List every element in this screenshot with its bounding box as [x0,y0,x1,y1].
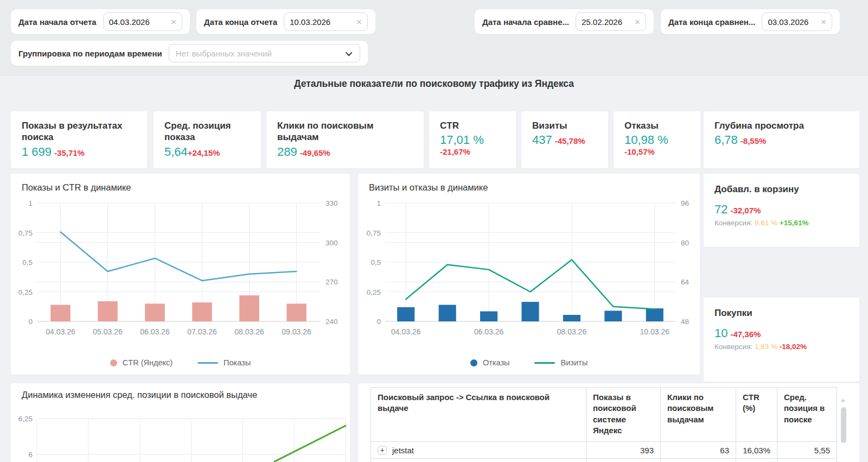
chart-panel-visits-bounces: Визиты и отказы в динамике 10,750,50,250… [358,174,700,375]
expand-plus-icon[interactable]: + [378,446,387,455]
chart-legend: Отказы Визиты [358,358,700,367]
page-title: Детальные показатели по поисковому трафи… [0,78,868,90]
legend-label[interactable]: CTR (Яндекс) [123,358,173,367]
svg-text:06.03.26: 06.03.26 [474,327,504,336]
card-purchases: Покупки 10-47,36% Конверсия: 1,83 % -18,… [704,298,859,382]
chart-panel-impressions-ctr: Показы и CTR в динамике 10,750,50,250330… [11,174,350,375]
legend-line-icon[interactable] [534,362,555,364]
svg-text:1: 1 [376,199,381,207]
legend-label[interactable]: Отказы [483,358,510,367]
report-end-date-input[interactable]: 10.03.2026 × [284,12,368,31]
clear-icon[interactable]: × [821,17,826,27]
avg-position-chart[interactable]: 6,256 [11,403,350,462]
compare-end-date-input[interactable]: 03.03.2026 × [762,12,832,31]
kpi-value: 289 [277,145,297,159]
chart-title: Динамика изменения сред. позиции в поиск… [22,390,257,400]
cell-position: 5,27 [777,459,837,462]
chart-panel-avg-position: Динамика изменения сред. позиции в поиск… [11,383,350,462]
scroll-up-icon[interactable] [841,398,845,402]
card-title: Покупки [714,307,848,319]
clear-icon[interactable]: × [171,17,176,27]
kpi-delta: -21,67% [440,147,470,156]
table-header-row: Поисковый запрос -> Ссылка в поисковой в… [371,388,837,442]
kpi-delta: -49,65% [300,148,330,157]
kpi-delta: -10,57% [624,147,655,156]
impressions-ctr-chart[interactable]: 10,750,50,25033030027024004.03.2605.03.2… [11,198,350,337]
table-row: +сервис аналитики jetstat 125 24 19,20% … [371,459,837,462]
col-header-impressions[interactable]: Показы в поисковой системе Яндекс [586,388,661,442]
compare-start-date-input[interactable]: 25.02.2026 × [576,12,646,31]
kpi-value: 5,64 [164,145,188,159]
card-add-to-cart: Добавл. в корзину 72-32,07% Конверсия: 9… [704,174,859,247]
svg-text:10.03.26: 10.03.26 [640,327,670,336]
kpi-card-ctr: CTR 17,01 % -21,67% [429,111,516,168]
search-queries-table: Поисковый запрос -> Ссылка в поисковой в… [371,387,837,462]
filter-label: Дата конца отчета [204,17,277,27]
cell-clicks: 24 [661,459,736,462]
card-title: Добавл. в корзину [714,183,848,195]
search-queries-table-panel: Поисковый запрос -> Ссылка в поисковой в… [358,383,859,462]
filter-label: Дата начала сравне... [482,17,569,27]
filter-report-end-date: Дата конца отчета 10.03.2026 × [196,9,375,34]
svg-text:0,5: 0,5 [22,258,33,267]
legend-dot-icon[interactable] [110,359,117,366]
svg-text:05.03.26: 05.03.26 [93,327,123,336]
svg-text:08.03.26: 08.03.26 [234,327,264,336]
col-header-clicks[interactable]: Клики по поисковым выдачам [661,388,736,442]
legend-line-icon[interactable] [197,362,218,364]
card-delta: -47,36% [730,330,761,339]
cell-ctr: 19,20% [736,459,777,462]
kpi-title: Отказы [624,120,690,131]
cell-clicks: 63 [661,442,736,459]
svg-text:6,25: 6,25 [18,415,33,423]
kpi-title: Клики по поисковым выдачам [277,120,413,143]
svg-text:270: 270 [326,278,338,286]
filter-compare-start-date: Дата начала сравне... 25.02.2026 × [475,9,654,34]
kpi-title: Глубина просмотра [714,120,848,131]
svg-text:330: 330 [326,199,338,207]
kpi-value: 10,98 % [624,133,668,147]
kpi-value: 6,78 [714,133,738,147]
report-start-date-input[interactable]: 04.03.2026 × [103,12,182,31]
visits-bounces-chart[interactable]: 10,750,50,2509680644804.03.2606.03.2608.… [358,198,700,337]
cell-position: 5,55 [777,442,837,459]
table-row: +jetstat 393 63 16,03% 5,55 [371,442,837,459]
kpi-value: 17,01 % [440,133,484,147]
query-text[interactable]: jetstat [392,446,414,455]
kpi-card-page-depth: Глубина просмотра 6,78-8,55% [704,111,859,168]
clear-icon[interactable]: × [356,17,362,27]
conversion-delta: +15,61% [780,219,809,227]
svg-text:06.03.26: 06.03.26 [140,327,170,336]
svg-text:04.03.26: 04.03.26 [46,327,75,336]
svg-text:04.03.26: 04.03.26 [391,327,421,336]
cell-ctr: 16,03% [736,442,777,459]
date-value[interactable]: 03.03.2026 [768,17,821,27]
svg-text:0,75: 0,75 [367,229,381,237]
chart-title: Визиты и отказы в динамике [369,182,488,193]
col-header-ctr[interactable]: CTR (%) [736,388,777,442]
kpi-delta: -8,55% [741,136,767,145]
filter-time-grouping: Группировка по периодам времени Нет выбр… [11,41,368,66]
time-grouping-select[interactable]: Нет выбранных значений [169,44,360,62]
chart-legend: CTR (Яндекс) Показы [11,358,350,367]
date-value[interactable]: 25.02.2026 [582,17,635,27]
filter-compare-end-date: Дата конца сравнен... 03.03.2026 × [661,9,840,34]
legend-label[interactable]: Визиты [560,358,588,367]
kpi-value: 1 699 [22,145,52,159]
legend-dot-icon[interactable] [470,359,477,366]
col-header-position[interactable]: Сред. позиция в поиске [777,388,837,442]
clear-icon[interactable]: × [635,17,640,27]
kpi-value: 437 [532,133,552,147]
table-scrollbar[interactable] [841,407,846,443]
col-header-query[interactable]: Поисковый запрос -> Ссылка в поисковой в… [371,388,586,442]
card-value: 10 [714,326,727,340]
svg-text:6: 6 [28,451,33,459]
svg-text:0: 0 [28,318,33,326]
legend-label[interactable]: Показы [224,358,251,367]
conversion-delta: -18,02% [780,343,807,351]
date-value[interactable]: 10.03.2026 [290,17,356,27]
date-value[interactable]: 04.03.2026 [109,17,171,27]
kpi-title: Визиты [532,120,597,131]
filter-report-start-date: Дата начала отчета 04.03.2026 × [11,9,190,34]
kpi-title: Сред. позиция показа [164,120,250,143]
